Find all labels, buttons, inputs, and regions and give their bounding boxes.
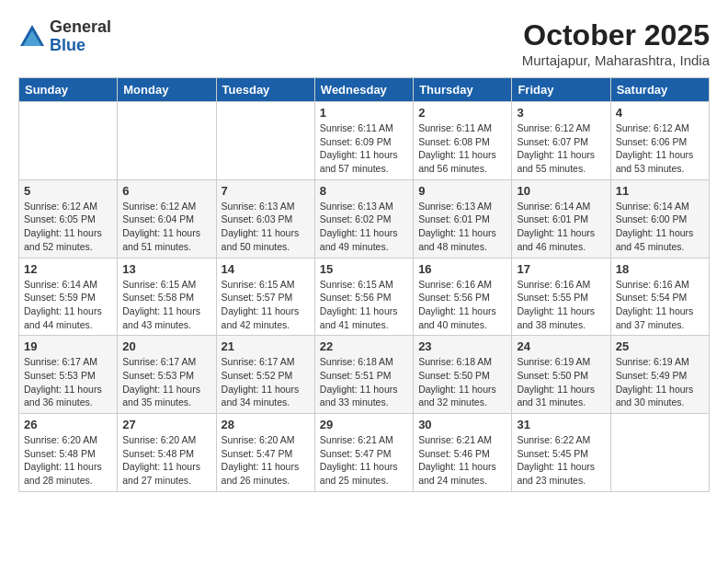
calendar-day-15: 15Sunrise: 6:15 AM Sunset: 5:56 PM Dayli… (314, 258, 413, 336)
day-header-sunday: Sunday (19, 78, 118, 102)
calendar-day-20: 20Sunrise: 6:17 AM Sunset: 5:53 PM Dayli… (118, 336, 216, 414)
calendar-day-26: 26Sunrise: 6:20 AM Sunset: 5:48 PM Dayli… (19, 414, 118, 492)
day-number: 9 (418, 184, 506, 198)
day-info: Sunrise: 6:16 AM Sunset: 5:56 PM Dayligh… (418, 278, 506, 332)
day-info: Sunrise: 6:20 AM Sunset: 5:47 PM Dayligh… (222, 433, 310, 488)
day-info: Sunrise: 6:21 AM Sunset: 5:46 PM Dayligh… (418, 433, 506, 488)
calendar-day-28: 28Sunrise: 6:20 AM Sunset: 5:47 PM Dayli… (216, 414, 314, 492)
calendar-day-5: 5Sunrise: 6:12 AM Sunset: 6:05 PM Daylig… (19, 179, 118, 258)
calendar-day-7: 7Sunrise: 6:13 AM Sunset: 6:03 PM Daylig… (216, 179, 314, 258)
day-number: 26 (24, 418, 112, 431)
calendar-day-12: 12Sunrise: 6:14 AM Sunset: 5:59 PM Dayli… (19, 258, 118, 336)
day-info: Sunrise: 6:17 AM Sunset: 5:53 PM Dayligh… (24, 355, 112, 409)
day-header-thursday: Thursday (414, 78, 512, 102)
day-number: 18 (616, 262, 704, 276)
day-header-wednesday: Wednesday (314, 78, 413, 102)
day-number: 25 (616, 339, 704, 353)
day-number: 21 (222, 339, 310, 353)
location: Murtajapur, Maharashtra, India (522, 52, 710, 68)
day-info: Sunrise: 6:13 AM Sunset: 6:01 PM Dayligh… (418, 200, 506, 254)
page-header: General Blue October 2025 Murtajapur, Ma… (18, 18, 710, 68)
day-info: Sunrise: 6:11 AM Sunset: 6:09 PM Dayligh… (320, 121, 408, 176)
calendar-day-23: 23Sunrise: 6:18 AM Sunset: 5:50 PM Dayli… (414, 336, 512, 414)
day-header-saturday: Saturday (610, 78, 709, 102)
logo-blue: Blue (50, 37, 111, 55)
day-number: 17 (517, 262, 605, 276)
day-number: 1 (320, 106, 408, 120)
day-number: 8 (320, 184, 408, 198)
day-number: 30 (418, 418, 506, 431)
day-info: Sunrise: 6:14 AM Sunset: 5:59 PM Dayligh… (24, 278, 112, 332)
calendar-week-4: 19Sunrise: 6:17 AM Sunset: 5:53 PM Dayli… (19, 336, 710, 414)
calendar-day-6: 6Sunrise: 6:12 AM Sunset: 6:04 PM Daylig… (118, 179, 216, 258)
calendar-day-24: 24Sunrise: 6:19 AM Sunset: 5:50 PM Dayli… (512, 336, 610, 414)
day-info: Sunrise: 6:14 AM Sunset: 6:01 PM Dayligh… (517, 200, 605, 254)
day-number: 24 (517, 339, 605, 353)
empty-cell (19, 102, 118, 180)
day-header-monday: Monday (118, 78, 216, 102)
calendar-day-25: 25Sunrise: 6:19 AM Sunset: 5:49 PM Dayli… (610, 336, 709, 414)
calendar-week-1: 1Sunrise: 6:11 AM Sunset: 6:09 PM Daylig… (19, 102, 710, 180)
month-title: October 2025 (522, 18, 710, 52)
calendar-day-4: 4Sunrise: 6:12 AM Sunset: 6:06 PM Daylig… (610, 102, 709, 180)
day-info: Sunrise: 6:16 AM Sunset: 5:54 PM Dayligh… (616, 278, 704, 332)
day-header-friday: Friday (512, 78, 610, 102)
day-number: 11 (616, 184, 704, 198)
empty-cell (216, 102, 314, 180)
day-number: 7 (222, 184, 310, 198)
day-number: 10 (517, 184, 605, 198)
calendar-day-30: 30Sunrise: 6:21 AM Sunset: 5:46 PM Dayli… (414, 414, 512, 492)
day-number: 4 (616, 106, 704, 120)
empty-cell (610, 414, 709, 492)
day-info: Sunrise: 6:19 AM Sunset: 5:49 PM Dayligh… (616, 355, 704, 409)
day-number: 16 (418, 262, 506, 276)
day-info: Sunrise: 6:18 AM Sunset: 5:50 PM Dayligh… (418, 355, 506, 409)
calendar-day-3: 3Sunrise: 6:12 AM Sunset: 6:07 PM Daylig… (512, 102, 610, 180)
day-info: Sunrise: 6:15 AM Sunset: 5:57 PM Dayligh… (222, 278, 310, 332)
day-number: 19 (24, 339, 112, 353)
day-number: 22 (320, 339, 408, 353)
empty-cell (118, 102, 216, 180)
calendar-day-8: 8Sunrise: 6:13 AM Sunset: 6:02 PM Daylig… (314, 179, 413, 258)
day-number: 14 (222, 262, 310, 276)
day-info: Sunrise: 6:16 AM Sunset: 5:55 PM Dayligh… (517, 278, 605, 332)
logo-icon (18, 23, 46, 51)
day-info: Sunrise: 6:17 AM Sunset: 5:52 PM Dayligh… (222, 355, 310, 409)
day-info: Sunrise: 6:14 AM Sunset: 6:00 PM Dayligh… (616, 200, 704, 254)
day-number: 23 (418, 339, 506, 353)
calendar-day-2: 2Sunrise: 6:11 AM Sunset: 6:08 PM Daylig… (414, 102, 512, 180)
day-info: Sunrise: 6:15 AM Sunset: 5:56 PM Dayligh… (320, 278, 408, 332)
day-info: Sunrise: 6:20 AM Sunset: 5:48 PM Dayligh… (24, 433, 112, 488)
day-number: 13 (122, 262, 210, 276)
calendar-day-16: 16Sunrise: 6:16 AM Sunset: 5:56 PM Dayli… (414, 258, 512, 336)
day-number: 31 (517, 418, 605, 431)
day-info: Sunrise: 6:17 AM Sunset: 5:53 PM Dayligh… (122, 355, 210, 409)
day-info: Sunrise: 6:18 AM Sunset: 5:51 PM Dayligh… (320, 355, 408, 409)
day-number: 15 (320, 262, 408, 276)
day-info: Sunrise: 6:22 AM Sunset: 5:45 PM Dayligh… (517, 433, 605, 488)
calendar-day-11: 11Sunrise: 6:14 AM Sunset: 6:00 PM Dayli… (610, 179, 709, 258)
calendar-day-10: 10Sunrise: 6:14 AM Sunset: 6:01 PM Dayli… (512, 179, 610, 258)
calendar-day-19: 19Sunrise: 6:17 AM Sunset: 5:53 PM Dayli… (19, 336, 118, 414)
calendar-day-27: 27Sunrise: 6:20 AM Sunset: 5:48 PM Dayli… (118, 414, 216, 492)
calendar-day-1: 1Sunrise: 6:11 AM Sunset: 6:09 PM Daylig… (314, 102, 413, 180)
day-number: 29 (320, 418, 408, 431)
day-number: 20 (122, 339, 210, 353)
day-number: 27 (122, 418, 210, 431)
calendar-week-3: 12Sunrise: 6:14 AM Sunset: 5:59 PM Dayli… (19, 258, 710, 336)
day-info: Sunrise: 6:12 AM Sunset: 6:07 PM Dayligh… (517, 121, 605, 176)
calendar-day-9: 9Sunrise: 6:13 AM Sunset: 6:01 PM Daylig… (414, 179, 512, 258)
logo-general: General (50, 18, 111, 37)
calendar-day-14: 14Sunrise: 6:15 AM Sunset: 5:57 PM Dayli… (216, 258, 314, 336)
day-number: 2 (418, 106, 506, 120)
day-header-tuesday: Tuesday (216, 78, 314, 102)
calendar-header-row: SundayMondayTuesdayWednesdayThursdayFrid… (19, 78, 710, 102)
day-info: Sunrise: 6:12 AM Sunset: 6:05 PM Dayligh… (24, 200, 112, 254)
day-info: Sunrise: 6:11 AM Sunset: 6:08 PM Dayligh… (418, 121, 506, 176)
day-number: 28 (222, 418, 310, 431)
calendar-week-2: 5Sunrise: 6:12 AM Sunset: 6:05 PM Daylig… (19, 179, 710, 258)
day-number: 6 (122, 184, 210, 198)
day-number: 5 (24, 184, 112, 198)
calendar-day-18: 18Sunrise: 6:16 AM Sunset: 5:54 PM Dayli… (610, 258, 709, 336)
calendar-day-21: 21Sunrise: 6:17 AM Sunset: 5:52 PM Dayli… (216, 336, 314, 414)
